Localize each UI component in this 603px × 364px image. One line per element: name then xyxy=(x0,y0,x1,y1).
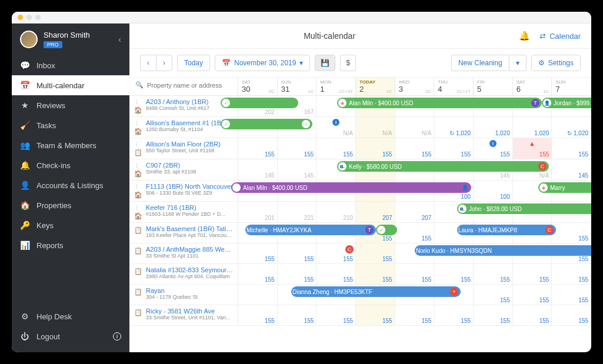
sidebar-item-team-members[interactable]: 👥Team & Members xyxy=(12,135,129,155)
booking-pill[interactable]: ✓ xyxy=(376,225,397,235)
booking-pill[interactable]: 👤Jordan · $999.76 USD xyxy=(542,98,591,108)
property-cell[interactable]: 📋 Ricky - 3581 W26th Ave33 Smithe Street… xyxy=(129,305,238,325)
booking-pill[interactable]: ✓✓ xyxy=(221,119,312,129)
calendar-cell[interactable]: 145 xyxy=(278,159,317,180)
booking-pill[interactable]: ✓ xyxy=(221,98,298,108)
sidebar-item-properties[interactable]: 🏠Properties xyxy=(12,195,129,215)
booking-pill[interactable]: Norio Kudo · HMSYN3SQDNC xyxy=(415,245,591,256)
calendar-cell[interactable]: 1,020 xyxy=(474,117,513,138)
calendar-cell[interactable]: 145 xyxy=(552,159,591,180)
price-button[interactable]: $ xyxy=(340,55,356,71)
calendar-cell[interactable]: 155 xyxy=(317,138,356,159)
sidebar-item-help-desk[interactable]: ⚙Help Desk xyxy=(12,306,129,326)
property-cell[interactable]: 📋 A203 / AnthMaggie 885 West...33 Smithe… xyxy=(129,243,238,263)
calendar-cell[interactable]: N/A xyxy=(395,117,435,138)
sidebar-item-logout[interactable]: ⏻Logouti xyxy=(12,326,129,346)
calendar-cell[interactable]: 201 xyxy=(238,202,278,222)
calendar-cell[interactable]: 145 xyxy=(238,159,278,180)
calendar-cell[interactable]: 100 xyxy=(474,181,513,201)
calendar-cell[interactable]: 207 xyxy=(395,202,435,222)
calendar-cell[interactable]: 155 xyxy=(356,138,395,159)
sidebar-item-check-ins[interactable]: 🔔Check-ins xyxy=(12,155,129,175)
today-button[interactable]: Today xyxy=(177,55,210,71)
calendar-cell[interactable]: 155 xyxy=(317,305,356,325)
booking-pill[interactable]: B.John · $828.00 USD xyxy=(457,203,591,214)
calendar-cell[interactable]: 155 xyxy=(395,138,435,159)
calendar-cell[interactable]: 155 xyxy=(317,264,356,284)
calendar-cell[interactable]: 155 xyxy=(238,138,278,159)
calendar-cell[interactable] xyxy=(238,285,278,305)
property-cell[interactable]: 📋 Mark's Basement (1BR) Tatiana183 Keefe… xyxy=(129,223,238,243)
sidebar-item-reviews[interactable]: ★Reviews xyxy=(12,95,129,115)
calendar-cell[interactable]: 1,020 xyxy=(513,117,552,138)
sidebar-item-accounts-listings[interactable]: 👤Accounts & Listings xyxy=(12,175,129,195)
sidebar-item-multi-calendar[interactable]: 📅Multi-calendar xyxy=(12,75,129,95)
calendar-cell[interactable]: 155 xyxy=(356,264,395,284)
search-input[interactable] xyxy=(147,82,232,89)
booking-pill[interactable]: Michelle · HMAY2JKYKAT xyxy=(245,225,376,235)
calendar-cell[interactable]: 155 xyxy=(434,305,474,325)
calendar-cell[interactable]: 155 xyxy=(434,264,474,284)
calendar-cell[interactable]: 155 xyxy=(552,305,591,325)
calendar-cell[interactable]: 155 xyxy=(395,223,435,243)
calendar-cell[interactable]: 155 xyxy=(395,305,435,325)
calendar-cell[interactable]: !N/A xyxy=(317,117,356,138)
calendar-cell[interactable]: ↻1,020 xyxy=(552,117,591,138)
sidebar-item-keys[interactable]: 🔑Keys xyxy=(12,215,129,235)
property-cell[interactable]: ⋮📋 Allison's Main Floor (2BR)550 Taylor … xyxy=(129,138,238,159)
calendar-cell[interactable]: 155 xyxy=(278,243,317,263)
calendar-cell[interactable]: 155 xyxy=(434,138,474,159)
calendar-cell[interactable]: 155 xyxy=(474,305,513,325)
settings-button[interactable]: ⚙ Settings xyxy=(531,55,581,71)
calendar-cell[interactable]: 155 xyxy=(395,264,435,284)
calendar-shortcut[interactable]: ⇄ Calendar xyxy=(539,32,581,41)
calendar-cell[interactable]: 155 xyxy=(513,264,552,284)
new-cleaning-button[interactable]: New Cleaning xyxy=(451,55,509,71)
user-block[interactable]: Sharon Smith PRO ‹ xyxy=(12,24,129,55)
calendar-cell[interactable]: N/A xyxy=(356,117,395,138)
calendar-cell[interactable]: 155 xyxy=(552,223,591,243)
calendar-cell[interactable]: 155 xyxy=(552,138,591,159)
chevron-left-icon[interactable]: ‹ xyxy=(118,35,121,44)
sidebar-item-tasks[interactable]: 🧹Tasks xyxy=(12,115,129,135)
calendar-cell[interactable]: 155 xyxy=(552,285,591,305)
min-dot[interactable] xyxy=(26,15,32,20)
bell-icon[interactable]: 🔔 xyxy=(519,31,530,41)
calendar-cell[interactable]: 155 xyxy=(513,285,552,305)
date-picker[interactable]: 📅 November 30, 2019 ▾ xyxy=(215,55,310,71)
search-box[interactable]: 🔍 xyxy=(129,78,238,92)
calendar-cell[interactable]: ▲155 xyxy=(513,138,552,159)
calendar-cell[interactable]: 155 xyxy=(278,138,317,159)
booking-pill[interactable]: Laura · HMAJEJMKP8C xyxy=(457,225,556,235)
booking-pill[interactable]: ✎Alan Miln · $400.00 USD👤 xyxy=(231,182,471,193)
calendar-cell[interactable]: 155 xyxy=(474,285,513,305)
next-button[interactable]: › xyxy=(156,55,172,71)
calendar-cell[interactable]: 221 xyxy=(278,202,317,222)
property-cell[interactable]: ⋮🏠 Keefer 716 (1BR)#1603-1188 W Pender 1… xyxy=(129,202,238,222)
calendar-cell[interactable]: 155 xyxy=(278,264,317,284)
booking-pill[interactable]: ◈MarryC xyxy=(538,182,591,193)
save-icon-button[interactable]: 💾 xyxy=(315,55,335,71)
booking-pill[interactable]: ◈Alan Miln · $400.00 USDT xyxy=(337,98,542,108)
calendar-cell[interactable]: 155 xyxy=(513,305,552,325)
property-cell[interactable]: ⋮🏠 F1113 (1BR) North Vancouver506 - 1330… xyxy=(129,181,238,201)
max-dot[interactable] xyxy=(35,15,41,20)
calendar-cell[interactable]: 210 xyxy=(317,202,356,222)
calendar-cell[interactable]: !155 xyxy=(474,138,513,159)
calendar-cell[interactable]: C155 xyxy=(317,243,356,263)
calendar-cell[interactable]: 155 xyxy=(278,305,317,325)
calendar-cell[interactable]: 207 xyxy=(356,202,395,222)
sidebar-item-reports[interactable]: 📊Reports xyxy=(12,235,129,255)
property-cell[interactable]: 📋 Natalia #1302-833 Seymour 1...2980 Atl… xyxy=(129,264,238,284)
sidebar-item-inbox[interactable]: 💬Inbox xyxy=(12,55,129,75)
calendar-cell[interactable]: 155 xyxy=(474,264,513,284)
calendar-cell[interactable]: 155 xyxy=(356,243,395,263)
calendar-cell[interactable]: 155 xyxy=(238,243,278,263)
calendar-cell[interactable]: ↻1,020 xyxy=(434,117,474,138)
prev-button[interactable]: ‹ xyxy=(140,55,156,71)
calendar-cell[interactable]: 155 xyxy=(552,264,591,284)
new-cleaning-dropdown[interactable]: ▾ xyxy=(509,55,527,71)
booking-pill[interactable]: Dianna Zheng · HM3PE53KTF+ xyxy=(291,286,461,297)
booking-pill[interactable]: B.Kelly · $580.00 USDC xyxy=(337,161,549,172)
calendar-cell[interactable]: 155 xyxy=(238,264,278,284)
